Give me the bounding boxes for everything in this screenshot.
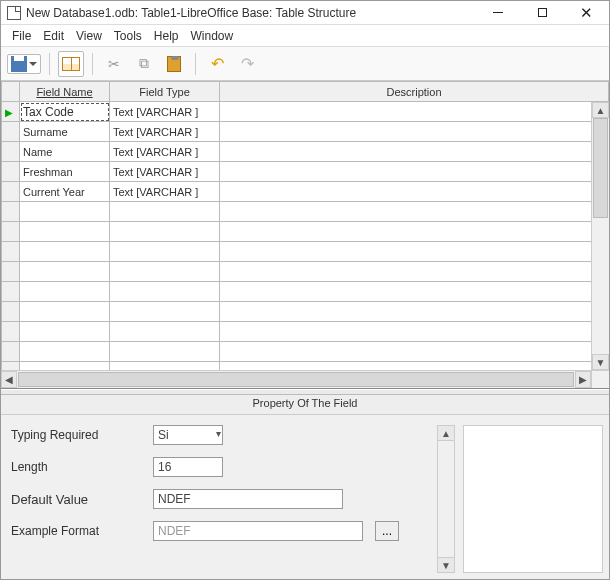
menu-window[interactable]: Window xyxy=(185,27,240,45)
cell-field-name[interactable] xyxy=(20,222,110,242)
copy-button[interactable]: ⧉ xyxy=(131,51,157,77)
row-selector[interactable] xyxy=(2,202,20,222)
cell-field-name[interactable] xyxy=(20,202,110,222)
default-value-input[interactable] xyxy=(153,489,343,509)
cell-description[interactable] xyxy=(220,142,609,162)
row-selector[interactable] xyxy=(2,262,20,282)
column-header-field-type[interactable]: Field Type xyxy=(110,82,220,102)
cell-field-name[interactable] xyxy=(20,322,110,342)
cell-field-type[interactable] xyxy=(110,342,220,362)
cell-description[interactable] xyxy=(220,182,609,202)
cell-field-type[interactable]: Text [VARCHAR ] xyxy=(110,122,220,142)
row-selector-header[interactable] xyxy=(2,82,20,102)
table-row[interactable]: ▶ Tax Code Text [VARCHAR ] xyxy=(2,102,609,122)
cell-description[interactable] xyxy=(220,162,609,182)
table-row[interactable]: Freshman Text [VARCHAR ] xyxy=(2,162,609,182)
scroll-down-button[interactable]: ▼ xyxy=(592,354,609,370)
cut-button[interactable]: ✂ xyxy=(101,51,127,77)
table-row[interactable] xyxy=(2,302,609,322)
table-row[interactable]: Surname Text [VARCHAR ] xyxy=(2,122,609,142)
scroll-up-button[interactable]: ▲ xyxy=(592,102,609,118)
row-selector[interactable]: ▶ xyxy=(2,102,20,122)
column-header-field-name[interactable]: Field Name xyxy=(20,82,110,102)
cell-description[interactable] xyxy=(220,322,609,342)
menu-help[interactable]: Help xyxy=(148,27,185,45)
scroll-down-button[interactable]: ▼ xyxy=(437,557,455,573)
cell-field-name[interactable]: Freshman xyxy=(20,162,110,182)
row-selector[interactable] xyxy=(2,302,20,322)
close-button[interactable]: ✕ xyxy=(573,3,599,23)
menu-edit[interactable]: Edit xyxy=(37,27,70,45)
cell-field-type[interactable] xyxy=(110,202,220,222)
scroll-track[interactable] xyxy=(437,441,455,557)
cell-field-type[interactable]: Text [VARCHAR ] xyxy=(110,102,220,122)
fields-table[interactable]: Field Name Field Type Description ▶ Tax … xyxy=(1,81,609,382)
row-selector[interactable] xyxy=(2,142,20,162)
row-selector[interactable] xyxy=(2,282,20,302)
example-format-input[interactable] xyxy=(153,521,363,541)
cell-field-name[interactable]: Name xyxy=(20,142,110,162)
cell-description[interactable] xyxy=(220,262,609,282)
cell-field-name[interactable] xyxy=(20,282,110,302)
table-row[interactable] xyxy=(2,202,609,222)
cell-field-type[interactable] xyxy=(110,222,220,242)
cell-description[interactable] xyxy=(220,222,609,242)
row-selector[interactable] xyxy=(2,162,20,182)
cell-field-type[interactable] xyxy=(110,302,220,322)
horizontal-scrollbar[interactable]: ◀ ▶ xyxy=(1,370,591,388)
scroll-thumb[interactable] xyxy=(18,372,574,387)
cell-field-name[interactable]: Current Year xyxy=(20,182,110,202)
menu-file[interactable]: File xyxy=(6,27,37,45)
menu-view[interactable]: View xyxy=(70,27,108,45)
paste-button[interactable] xyxy=(161,51,187,77)
example-format-browse-button[interactable]: ... xyxy=(375,521,399,541)
table-row[interactable] xyxy=(2,342,609,362)
cell-description[interactable] xyxy=(220,102,609,122)
row-selector[interactable] xyxy=(2,342,20,362)
cell-field-type[interactable] xyxy=(110,242,220,262)
table-row[interactable] xyxy=(2,222,609,242)
cell-field-type[interactable] xyxy=(110,322,220,342)
table-row[interactable] xyxy=(2,262,609,282)
cell-description[interactable] xyxy=(220,302,609,322)
scroll-left-button[interactable]: ◀ xyxy=(1,371,17,388)
cell-field-type[interactable]: Text [VARCHAR ] xyxy=(110,142,220,162)
scroll-thumb[interactable] xyxy=(593,118,608,218)
row-selector[interactable] xyxy=(2,322,20,342)
save-button[interactable] xyxy=(7,54,41,74)
menu-tools[interactable]: Tools xyxy=(108,27,148,45)
redo-button[interactable]: ↷ xyxy=(234,51,260,77)
table-design-button[interactable] xyxy=(58,51,84,77)
cell-field-name[interactable] xyxy=(20,342,110,362)
table-row[interactable] xyxy=(2,242,609,262)
column-header-description[interactable]: Description xyxy=(220,82,609,102)
cell-field-type[interactable]: Text [VARCHAR ] xyxy=(110,182,220,202)
table-row[interactable] xyxy=(2,322,609,342)
cell-description[interactable] xyxy=(220,342,609,362)
row-selector[interactable] xyxy=(2,222,20,242)
table-row[interactable]: Name Text [VARCHAR ] xyxy=(2,142,609,162)
cell-field-name[interactable] xyxy=(20,262,110,282)
minimize-button[interactable] xyxy=(485,3,511,23)
row-selector[interactable] xyxy=(2,242,20,262)
scroll-up-button[interactable]: ▲ xyxy=(437,425,455,441)
cell-field-name[interactable] xyxy=(20,242,110,262)
table-row[interactable]: Current Year Text [VARCHAR ] xyxy=(2,182,609,202)
cell-description[interactable] xyxy=(220,122,609,142)
scroll-right-button[interactable]: ▶ xyxy=(575,371,591,388)
undo-button[interactable]: ↶ xyxy=(204,51,230,77)
cell-field-name[interactable]: Tax Code xyxy=(20,102,110,122)
property-vertical-scrollbar[interactable]: ▲ ▼ xyxy=(437,425,455,573)
cell-field-name[interactable]: Surname xyxy=(20,122,110,142)
cell-field-type[interactable] xyxy=(110,262,220,282)
length-input[interactable] xyxy=(153,457,223,477)
cell-description[interactable] xyxy=(220,282,609,302)
typing-required-select[interactable] xyxy=(153,425,223,445)
maximize-button[interactable] xyxy=(529,3,555,23)
cell-field-type[interactable] xyxy=(110,282,220,302)
cell-field-type[interactable]: Text [VARCHAR ] xyxy=(110,162,220,182)
row-selector[interactable] xyxy=(2,182,20,202)
cell-description[interactable] xyxy=(220,242,609,262)
cell-description[interactable] xyxy=(220,202,609,222)
row-selector[interactable] xyxy=(2,122,20,142)
